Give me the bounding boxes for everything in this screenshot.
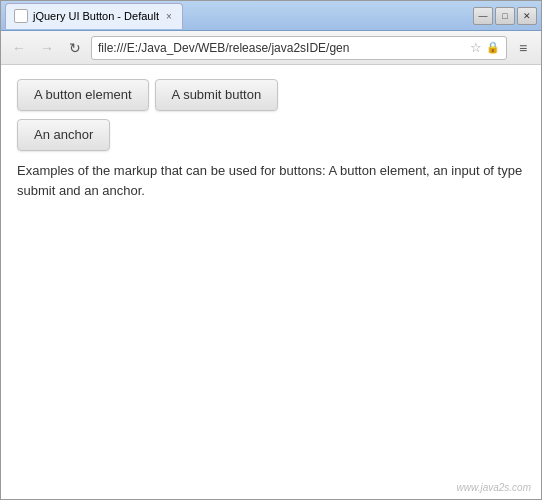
reload-button[interactable]: ↻ [63, 36, 87, 60]
menu-button[interactable]: ≡ [511, 36, 535, 60]
security-icon: 🔒 [486, 41, 500, 54]
submit-button[interactable]: A submit button [155, 79, 279, 111]
bookmark-icon[interactable]: ☆ [470, 40, 482, 55]
button-row-2: An anchor [17, 119, 525, 151]
tab-favicon [14, 9, 28, 23]
maximize-button[interactable]: □ [495, 7, 515, 25]
description-text: Examples of the markup that can be used … [17, 161, 525, 200]
address-bar[interactable]: file:///E:/Java_Dev/WEB/release/java2sID… [91, 36, 507, 60]
address-text: file:///E:/Java_Dev/WEB/release/java2sID… [98, 41, 466, 55]
title-bar: jQuery UI Button - Default × — □ ✕ [1, 1, 541, 31]
content-area: A button element A submit button An anch… [1, 65, 541, 499]
tab-close-button[interactable]: × [164, 11, 174, 22]
button-row-1: A button element A submit button [17, 79, 525, 111]
watermark: www.java2s.com [457, 482, 531, 493]
minimize-button[interactable]: — [473, 7, 493, 25]
forward-button[interactable]: → [35, 36, 59, 60]
button-element[interactable]: A button element [17, 79, 149, 111]
nav-bar: ← → ↻ file:///E:/Java_Dev/WEB/release/ja… [1, 31, 541, 65]
anchor-button[interactable]: An anchor [17, 119, 110, 151]
back-button[interactable]: ← [7, 36, 31, 60]
title-bar-left: jQuery UI Button - Default × [5, 3, 473, 29]
close-button[interactable]: ✕ [517, 7, 537, 25]
tab-title: jQuery UI Button - Default [33, 10, 159, 22]
browser-tab[interactable]: jQuery UI Button - Default × [5, 3, 183, 29]
window-controls: — □ ✕ [473, 7, 537, 25]
window-frame: jQuery UI Button - Default × — □ ✕ ← → ↻… [0, 0, 542, 500]
